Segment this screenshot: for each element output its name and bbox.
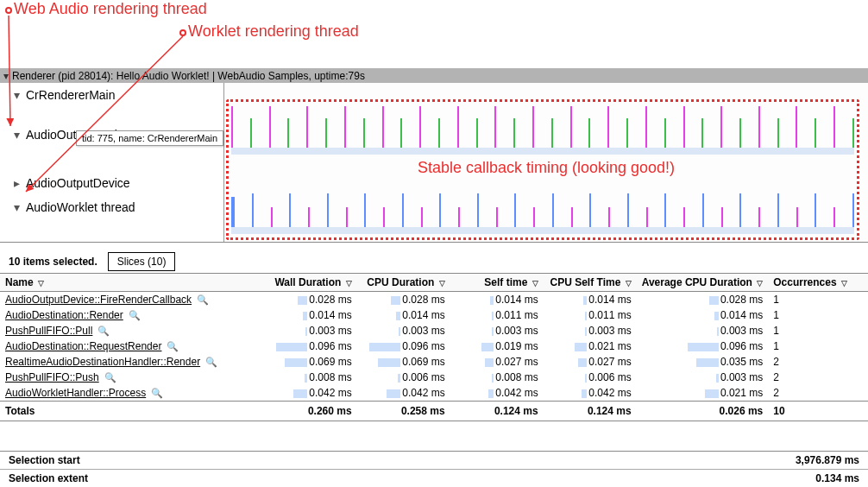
magnify-icon[interactable]: 🔍 — [151, 388, 163, 398]
waveform-baseline — [231, 148, 854, 155]
callout-text: Stable callback timing (looking good!) — [418, 159, 675, 177]
selection-start-value: 3,976.879 ms — [796, 454, 859, 466]
selection-info: Selection start 3,976.879 ms Selection e… — [0, 451, 868, 487]
track-label: CrRendererMain — [26, 88, 115, 102]
table-row[interactable]: PushPullFIFO::Push🔍0.008 ms0.006 ms0.008… — [0, 370, 868, 385]
disclosure-down-icon[interactable]: ▾ — [14, 128, 22, 142]
table-row[interactable]: AudioOutputDevice::FireRenderCallback🔍0.… — [0, 292, 868, 308]
renderer-process-header[interactable]: ▾ Renderer (pid 28014): Hello Audio Work… — [0, 68, 868, 83]
waveform-audioworklet — [231, 187, 854, 230]
slices-tab-button[interactable]: Slices (10) — [108, 252, 176, 271]
occ-cell: 1 — [768, 292, 868, 308]
col-self[interactable]: Self time ▽ — [450, 274, 544, 292]
slices-table: Name ▽ Wall Duration ▽ CPU Duration ▽ Se… — [0, 273, 868, 421]
col-cpu[interactable]: CPU Duration ▽ — [357, 274, 450, 292]
occ-cell: 2 — [768, 370, 868, 385]
slices-table-wrap: Name ▽ Wall Duration ▽ CPU Duration ▽ Se… — [0, 273, 868, 421]
slice-name-cell[interactable]: PushPullFIFO::Push🔍 — [0, 370, 264, 385]
thread-tooltip: tid: 775, name: CrRendererMain — [76, 130, 223, 146]
disclosure-right-icon[interactable]: ▸ — [14, 176, 22, 190]
slice-name-cell[interactable]: AudioDestination::RequestRender🔍 — [0, 338, 264, 354]
sort-icon: ▽ — [841, 279, 847, 288]
table-row[interactable]: AudioDestination::Render🔍0.014 ms0.014 m… — [0, 307, 868, 323]
col-occ[interactable]: Occurrences ▽ — [768, 274, 868, 292]
waveform-baseline — [231, 227, 854, 234]
totals-row: Totals0.260 ms0.258 ms0.124 ms0.124 ms0.… — [0, 402, 868, 421]
occ-cell: 1 — [768, 338, 868, 354]
magnify-icon[interactable]: 🔍 — [104, 372, 116, 383]
sort-icon: ▽ — [346, 279, 352, 288]
annotation-web-audio-text: Web Audio rendering thread — [14, 0, 207, 17]
table-row[interactable]: AudioDestination::RequestRender🔍0.096 ms… — [0, 338, 868, 354]
occ-cell: 1 — [768, 323, 868, 338]
track-visualization[interactable]: Stable callback timing (looking good!) — [224, 83, 868, 242]
annotation-worklet-text: Worklet rendering thread — [188, 22, 359, 40]
annotation-circle-icon — [5, 7, 12, 14]
magnify-icon[interactable]: 🔍 — [205, 357, 217, 367]
magnify-icon[interactable]: 🔍 — [97, 326, 110, 336]
track-panel: ▾ CrRendererMain ▾ AudioOutputDevice tid… — [0, 83, 868, 242]
slice-name-cell[interactable]: RealtimeAudioDestinationHandler::Render🔍 — [0, 354, 264, 370]
renderer-header-text: Renderer (pid 28014): Hello Audio Workle… — [12, 70, 365, 82]
selection-extent-value: 0.134 ms — [815, 472, 859, 484]
items-selected-label: 10 items selected. — [9, 256, 97, 268]
occ-cell: 2 — [768, 354, 868, 370]
slice-name-cell[interactable]: AudioDestination::Render🔍 — [0, 307, 264, 323]
disclosure-down-icon[interactable]: ▾ — [14, 88, 22, 102]
col-name[interactable]: Name ▽ — [0, 274, 264, 292]
track-label: AudioWorklet thread — [26, 200, 135, 214]
annotation-worklet: Worklet rendering thread — [179, 22, 359, 41]
selection-extent-label: Selection extent — [9, 472, 88, 484]
track-label: AudioOutputDevice — [26, 176, 130, 190]
sort-icon: ▽ — [626, 279, 632, 288]
slice-name-cell[interactable]: AudioOutputDevice::FireRenderCallback🔍 — [0, 292, 264, 308]
vertical-split[interactable] — [0, 242, 868, 243]
occ-cell: 1 — [768, 307, 868, 323]
track-audiooutputdevice-2[interactable]: ▸ AudioOutputDevice — [0, 171, 223, 195]
tooltip-text: tid: 775, name: CrRendererMain — [82, 133, 217, 143]
sort-icon: ▽ — [439, 279, 445, 288]
magnify-icon[interactable]: 🔍 — [129, 310, 141, 320]
disclosure-down-icon[interactable]: ▾ — [14, 200, 22, 214]
annotation-web-audio: Web Audio rendering thread — [5, 0, 207, 18]
track-label-column: ▾ CrRendererMain ▾ AudioOutputDevice tid… — [0, 83, 224, 242]
col-wall[interactable]: Wall Duration ▽ — [264, 274, 357, 292]
table-row[interactable]: PushPullFIFO::Pull🔍0.003 ms0.003 ms0.003… — [0, 323, 868, 338]
table-header-row: Name ▽ Wall Duration ▽ CPU Duration ▽ Se… — [0, 274, 868, 292]
sort-icon: ▽ — [532, 279, 538, 288]
disclosure-down-icon[interactable]: ▾ — [3, 70, 12, 82]
occ-cell: 2 — [768, 385, 868, 402]
table-row[interactable]: AudioWorkletHandler::Process🔍0.042 ms0.0… — [0, 385, 868, 402]
col-avg-cpu[interactable]: Average CPU Duration ▽ — [637, 274, 769, 292]
selection-start-label: Selection start — [9, 454, 80, 466]
track-audioworklet[interactable]: ▾ AudioWorklet thread — [0, 195, 223, 219]
col-cpu-self[interactable]: CPU Self Time ▽ — [544, 274, 637, 292]
slice-name-cell[interactable]: PushPullFIFO::Pull🔍 — [0, 323, 264, 338]
track-crrenderermain[interactable]: ▾ CrRendererMain — [0, 83, 223, 107]
sort-icon: ▽ — [757, 279, 763, 288]
selection-header: 10 items selected. Slices (10) — [0, 250, 868, 273]
slice-name-cell[interactable]: AudioWorkletHandler::Process🔍 — [0, 385, 264, 402]
magnify-icon[interactable]: 🔍 — [197, 294, 209, 305]
waveform-audiooutput — [231, 104, 854, 148]
magnify-icon[interactable]: 🔍 — [167, 341, 179, 351]
sort-icon: ▽ — [38, 279, 44, 288]
table-row[interactable]: RealtimeAudioDestinationHandler::Render🔍… — [0, 354, 868, 370]
annotation-circle-icon — [179, 29, 186, 36]
